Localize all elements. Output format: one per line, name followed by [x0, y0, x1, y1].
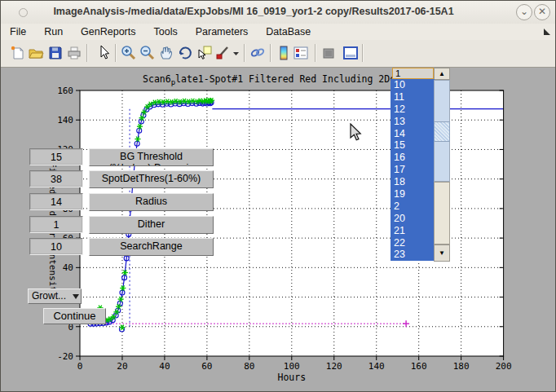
titlebar: ImageAnalysis-/media/data/ExpJobs/MI 16_…	[1, 1, 555, 24]
menubar: File Run GenReports Tools Parameters Dat…	[1, 24, 555, 41]
spot-option-11[interactable]: 11	[391, 91, 435, 104]
toolbar-separator	[270, 44, 271, 62]
radius-input[interactable]: 14	[29, 193, 83, 210]
continue-button[interactable]: Continue	[43, 308, 106, 324]
data-cursor-icon[interactable]	[196, 45, 213, 61]
spotdetthres-input[interactable]: 38	[29, 170, 83, 187]
link-plots-icon[interactable]	[249, 45, 266, 61]
searchrange-label: SearchRange	[90, 240, 213, 252]
close-button[interactable]: ✕	[534, 4, 550, 20]
spotdetthres-label: SpotDetThres(1-60%)	[90, 173, 213, 184]
toolbar	[1, 40, 555, 68]
spot-selector-list: 10111213141516171819220212223	[391, 79, 435, 261]
save-icon[interactable]	[47, 45, 64, 61]
bg-threshold-input[interactable]: 15	[29, 148, 83, 165]
mouse-cursor	[349, 123, 363, 145]
spot-option-15[interactable]: 15	[391, 139, 435, 152]
growth-menu-dropdown[interactable]: Growt...	[28, 288, 82, 304]
plot-tools-hide-icon[interactable]	[320, 45, 337, 61]
toolbar-separator	[315, 44, 316, 62]
scrollbar-up-button[interactable]: ▲	[434, 68, 450, 80]
spot-option-22[interactable]: 22	[391, 237, 435, 249]
menu-item-file[interactable]: File	[1, 24, 35, 39]
radius-label: Radius	[90, 196, 213, 207]
spot-selector-field[interactable]: 1	[392, 68, 434, 79]
spot-option-2[interactable]: 2	[391, 200, 435, 213]
menu-item-tools[interactable]: Tools	[145, 24, 187, 39]
zoom-in-icon[interactable]	[121, 45, 137, 61]
rotate-3d-icon[interactable]	[177, 45, 193, 61]
spot-option-23[interactable]: 23	[391, 249, 435, 261]
spot-option-14[interactable]: 14	[391, 128, 435, 140]
scrollbar-track-lower[interactable]	[434, 182, 450, 244]
growth-menu-label: Growt...	[32, 290, 66, 302]
spot-option-18[interactable]: 18	[391, 176, 435, 188]
toolbar-separator	[362, 44, 364, 62]
dither-input[interactable]: 1	[29, 216, 83, 233]
app-window: ImageAnalysis-/media/data/ExpJobs/MI 16_…	[0, 0, 556, 392]
open-folder-icon[interactable]	[28, 45, 44, 61]
minimize-button[interactable]: ⌄	[516, 4, 532, 20]
spot-option-13[interactable]: 13	[391, 116, 435, 128]
scrollbar-thumb[interactable]	[434, 121, 450, 142]
toolbar-separator	[244, 44, 245, 62]
dropdown-arrow-icon	[73, 294, 79, 299]
print-icon[interactable]	[66, 45, 82, 61]
spotdetthres-button[interactable]: SpotDetThres(1-60%)	[89, 170, 214, 188]
pointer-icon[interactable]	[96, 45, 113, 61]
menubar-pin-icon[interactable]	[544, 29, 550, 35]
spot-option-10[interactable]: 10	[391, 79, 435, 91]
window-title: ImageAnalysis-/media/data/ExpJobs/MI 16_…	[1, 6, 506, 17]
spot-option-19[interactable]: 19	[391, 188, 435, 200]
bg-threshold-label2: (%below) Dynamic	[90, 162, 213, 166]
pan-hand-icon[interactable]	[158, 45, 174, 61]
insert-legend-icon[interactable]	[293, 45, 309, 61]
menu-item-parameters[interactable]: Parameters	[187, 24, 258, 39]
insert-colorbar-icon[interactable]	[276, 45, 292, 61]
searchrange-input[interactable]: 10	[29, 238, 83, 255]
spot-option-21[interactable]: 21	[391, 225, 435, 237]
toolbar-separator	[86, 44, 88, 62]
radius-button[interactable]: Radius	[89, 193, 214, 211]
spot-option-12[interactable]: 12	[391, 104, 435, 116]
brush-dropdown-icon[interactable]	[232, 45, 240, 61]
bg-threshold-button[interactable]: BG Threshold (%below) Dynamic	[89, 148, 214, 166]
bg-threshold-label: BG Threshold	[90, 151, 213, 162]
spot-option-16[interactable]: 16	[391, 152, 435, 164]
brush-icon[interactable]	[215, 45, 232, 61]
menu-item-run[interactable]: Run	[35, 24, 72, 39]
zoom-out-icon[interactable]	[139, 45, 156, 61]
spot-option-17[interactable]: 17	[391, 164, 435, 176]
menu-item-database[interactable]: DataBase	[257, 24, 320, 39]
spot-option-20[interactable]: 20	[391, 213, 435, 225]
plot-tools-show-icon[interactable]	[342, 45, 359, 61]
figure-canvas	[1, 67, 555, 392]
toolbar-separator	[115, 44, 117, 62]
searchrange-button[interactable]: SearchRange	[89, 238, 214, 256]
dither-button[interactable]: Dither	[89, 216, 214, 234]
scrollbar-down-button[interactable]: ▼	[434, 244, 450, 262]
dither-label: Dither	[90, 218, 213, 230]
menu-item-genreports[interactable]: GenReports	[72, 24, 144, 39]
new-document-icon[interactable]	[10, 45, 26, 61]
